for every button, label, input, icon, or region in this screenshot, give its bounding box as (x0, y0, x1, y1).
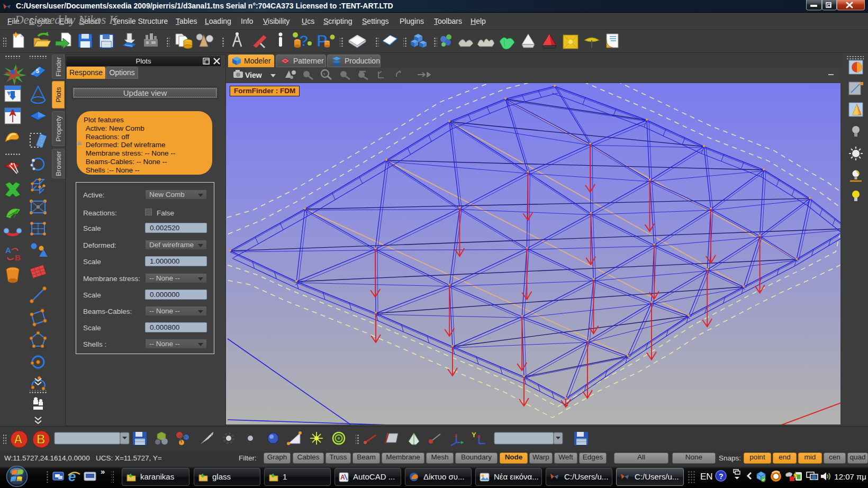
svg-text:5: 5 (36, 68, 39, 74)
svg-text:A: A (14, 432, 23, 446)
svg-text:e: e (68, 468, 76, 484)
svg-text:A: A (5, 246, 11, 255)
svg-text:Y: Y (472, 431, 476, 439)
svg-text:?: ? (719, 472, 724, 481)
svg-text:»: » (101, 467, 105, 476)
svg-text:?: ? (299, 32, 309, 49)
svg-text:B: B (37, 432, 46, 446)
svg-text:B: B (15, 253, 21, 262)
svg-text:EN: EN (700, 472, 713, 482)
svg-text:View: View (245, 71, 262, 79)
svg-text:+: + (323, 71, 326, 77)
